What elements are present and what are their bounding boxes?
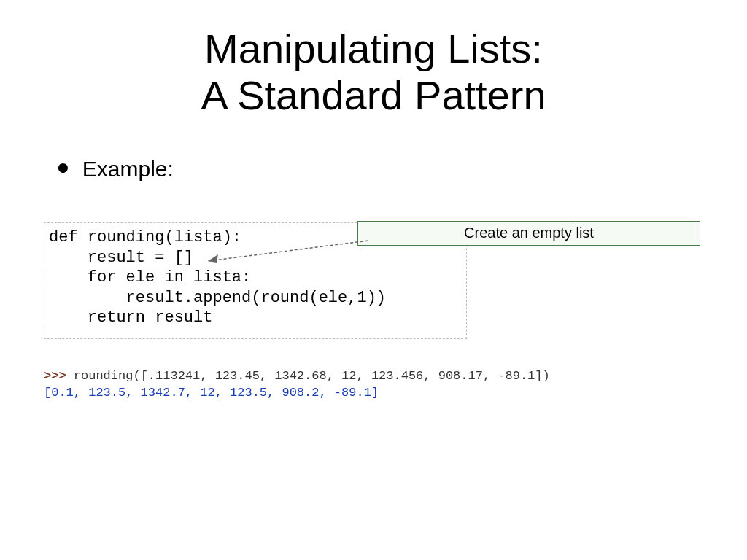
python-prompt: >>> (44, 369, 74, 383)
title-line-1: Manipulating Lists: (204, 26, 543, 71)
code-line-2: result = [] (49, 249, 193, 267)
annotation-callout: Create an empty list (357, 221, 700, 246)
code-line-5: return result (49, 308, 212, 327)
terminal-result: [0.1, 123.5, 1342.7, 12, 123.5, 908.2, -… (44, 385, 550, 402)
slide: Manipulating Lists: A Standard Pattern •… (0, 0, 747, 560)
terminal-input-line: >>> rounding([.113241, 123.45, 1342.68, … (44, 368, 550, 385)
terminal-output: >>> rounding([.113241, 123.45, 1342.68, … (44, 368, 550, 402)
bullet-dot-icon: • (57, 148, 69, 187)
slide-title: Manipulating Lists: A Standard Pattern (0, 26, 747, 120)
code-line-3: for ele in lista: (49, 268, 251, 287)
title-line-2: A Standard Pattern (201, 72, 546, 118)
bullet-example: •Example: (57, 157, 174, 182)
code-line-1: def rounding(lista): (49, 228, 241, 246)
terminal-call: rounding([.113241, 123.45, 1342.68, 12, … (74, 369, 550, 383)
code-line-4: result.append(round(ele,1)) (49, 289, 386, 307)
callout-text: Create an empty list (464, 225, 594, 241)
bullet-label: Example: (82, 157, 174, 181)
